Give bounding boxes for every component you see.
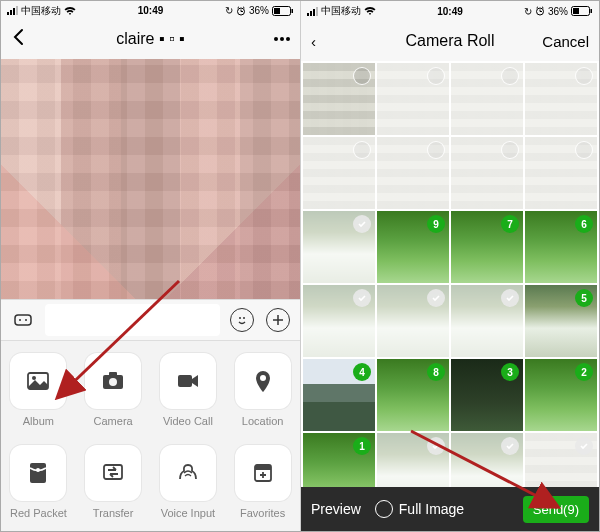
selection-empty-icon	[353, 67, 371, 85]
svg-rect-20	[255, 465, 271, 470]
selection-order-badge: 3	[501, 363, 519, 381]
selection-check-icon	[427, 437, 445, 455]
cancel-button[interactable]: Cancel	[542, 33, 589, 50]
attachment-camera[interactable]: Camera	[76, 353, 151, 427]
location-icon	[235, 353, 291, 409]
redpacket-icon	[10, 445, 66, 501]
photo-thumbnail[interactable]	[377, 63, 449, 135]
photo-thumbnail[interactable]	[377, 433, 449, 487]
favorites-icon	[235, 445, 291, 501]
send-button[interactable]: Send(9)	[523, 496, 589, 523]
photo-thumbnail[interactable]	[303, 211, 375, 283]
attachment-redpacket[interactable]: Red Packet	[1, 445, 76, 519]
selection-check-icon	[353, 289, 371, 307]
attachments-toggle-button[interactable]	[264, 306, 292, 334]
svg-point-5	[19, 319, 21, 321]
photo-thumbnail[interactable]: 1	[303, 433, 375, 487]
back-to-albums-button[interactable]: ‹	[311, 33, 316, 50]
selection-order-badge: 6	[575, 215, 593, 233]
attachment-label: Album	[23, 415, 54, 427]
svg-rect-4	[15, 315, 31, 325]
back-button[interactable]	[11, 28, 25, 50]
clock-label: 10:49	[1, 5, 300, 16]
svg-point-10	[32, 376, 36, 380]
photo-thumbnail[interactable]	[451, 63, 523, 135]
photo-thumbnail[interactable]	[525, 63, 597, 135]
photo-thumbnail[interactable]: 8	[377, 359, 449, 431]
attachment-voiceinput[interactable]: Voice Input	[151, 445, 226, 519]
selection-empty-icon	[501, 67, 519, 85]
picker-bottom-bar: Preview Full Image Send(9)	[301, 487, 599, 531]
smiley-icon	[230, 308, 254, 332]
photo-thumbnail[interactable]	[451, 137, 523, 209]
svg-rect-12	[109, 372, 117, 376]
attachment-label: Voice Input	[161, 507, 215, 519]
photo-thumbnail[interactable]: 4	[303, 359, 375, 431]
svg-point-15	[260, 375, 266, 381]
photo-thumbnail[interactable]	[377, 285, 449, 357]
attachment-videocall[interactable]: Video Call	[151, 353, 226, 427]
photo-thumbnail[interactable]	[377, 137, 449, 209]
photo-thumbnail[interactable]: 3	[451, 359, 523, 431]
selection-order-badge: 7	[501, 215, 519, 233]
radio-unchecked-icon	[375, 500, 393, 518]
transfer-icon	[85, 445, 141, 501]
photo-thumbnail[interactable]: 5	[525, 285, 597, 357]
selection-empty-icon	[501, 141, 519, 159]
selection-check-icon	[501, 437, 519, 455]
photo-thumbnail[interactable]	[303, 63, 375, 135]
svg-point-13	[109, 378, 117, 386]
photo-thumbnail[interactable]: 2	[525, 359, 597, 431]
attachment-label: Video Call	[163, 415, 213, 427]
selection-empty-icon	[575, 67, 593, 85]
photo-grid: 976548321	[301, 61, 599, 487]
attachment-label: Camera	[94, 415, 133, 427]
attachment-label: Favorites	[240, 507, 285, 519]
photo-thumbnail[interactable]: 7	[451, 211, 523, 283]
message-input[interactable]	[45, 304, 220, 336]
selection-check-icon	[575, 437, 593, 455]
attachment-favorites[interactable]: Favorites	[225, 445, 300, 519]
status-bar: 中国移动 10:49 ↻ 36%	[301, 1, 599, 21]
attachment-label: Transfer	[93, 507, 134, 519]
plus-icon	[266, 308, 290, 332]
voiceinput-icon	[160, 445, 216, 501]
svg-rect-14	[178, 375, 192, 387]
selection-empty-icon	[353, 141, 371, 159]
chat-header: claire ▪ ▫ ▪	[1, 20, 300, 58]
selection-check-icon	[353, 215, 371, 233]
attachment-location[interactable]: Location	[225, 353, 300, 427]
attachment-panel: AlbumCameraVideo CallLocationRed PacketT…	[1, 341, 300, 531]
voice-toggle-button[interactable]	[9, 306, 37, 334]
preview-button[interactable]: Preview	[311, 501, 361, 517]
emoji-button[interactable]	[228, 306, 256, 334]
album-icon	[10, 353, 66, 409]
selection-order-badge: 5	[575, 289, 593, 307]
picker-header: ‹ Camera Roll Cancel	[301, 21, 599, 61]
photo-thumbnail[interactable]	[525, 137, 597, 209]
selection-order-badge: 4	[353, 363, 371, 381]
selection-order-badge: 1	[353, 437, 371, 455]
photo-thumbnail[interactable]: 9	[377, 211, 449, 283]
attachment-transfer[interactable]: Transfer	[76, 445, 151, 519]
svg-point-8	[243, 317, 245, 319]
chat-message-image[interactable]	[1, 59, 300, 299]
attachment-label: Location	[242, 415, 284, 427]
attachment-label: Red Packet	[10, 507, 67, 519]
photo-thumbnail[interactable]: 6	[525, 211, 597, 283]
clock-label: 10:49	[301, 6, 599, 17]
selection-empty-icon	[427, 67, 445, 85]
photo-thumbnail[interactable]	[451, 433, 523, 487]
attachment-album[interactable]: Album	[1, 353, 76, 427]
photo-thumbnail[interactable]	[303, 137, 375, 209]
selection-order-badge: 9	[427, 215, 445, 233]
photo-thumbnail[interactable]	[451, 285, 523, 357]
more-button[interactable]	[274, 37, 290, 41]
svg-point-7	[239, 317, 241, 319]
photo-thumbnail[interactable]	[303, 285, 375, 357]
full-image-toggle[interactable]: Full Image	[375, 500, 464, 518]
status-bar: 中国移动 10:49 ↻ 36%	[1, 1, 300, 20]
svg-point-6	[25, 319, 27, 321]
selection-empty-icon	[427, 141, 445, 159]
photo-thumbnail[interactable]	[525, 433, 597, 487]
